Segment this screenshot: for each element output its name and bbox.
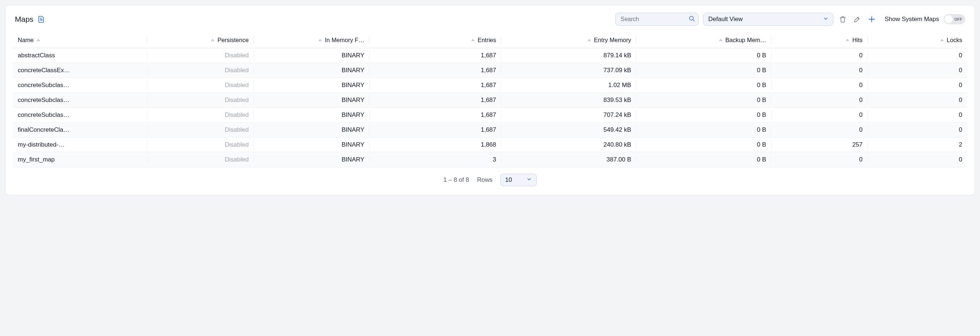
document-icon[interactable] [38,16,45,23]
table-row[interactable]: finalConcreteCla…DisabledBINARY1,687549.… [13,123,967,138]
cell-locks: 0 [868,152,967,167]
toolbar: Maps Default View [13,13,967,26]
cell-format: BINARY [254,93,370,108]
col-header-format[interactable]: In Memory F… [254,32,370,48]
cell-persistence: Disabled [148,138,254,152]
cell-entry-memory: 879.14 kB [501,48,636,63]
cell-hits: 0 [772,78,868,93]
cell-backup-memory: 0 B [636,138,772,152]
col-header-persistence[interactable]: Persistence [148,32,254,48]
chevron-down-icon [823,16,829,23]
cell-backup-memory: 0 B [636,78,772,93]
cell-locks: 0 [868,123,967,138]
cell-hits: 0 [772,93,868,108]
table-row[interactable]: concreteSubclas…DisabledBINARY1,687707.2… [13,108,967,123]
cell-entries: 1,687 [369,78,501,93]
maps-table: Name Persistence [13,32,967,167]
cell-entry-memory: 1.02 MB [501,78,636,93]
trash-icon [839,15,847,23]
cell-entry-memory: 839.53 kB [501,93,636,108]
cell-name: my_first_map [13,152,148,167]
cell-backup-memory: 0 B [636,93,772,108]
show-system-maps-toggle[interactable]: OFF [943,14,965,24]
cell-entry-memory: 240.80 kB [501,138,636,152]
cell-hits: 0 [772,123,868,138]
col-header-backup-memory[interactable]: Backup Mem… [636,32,772,48]
cell-name: concreteSubclas… [13,78,148,93]
pagination-range: 1 – 8 of 8 [443,176,469,184]
cell-format: BINARY [254,48,370,63]
cell-entries: 1,687 [369,123,501,138]
col-label: Persistence [217,37,248,43]
cell-backup-memory: 0 B [636,63,772,78]
cell-locks: 0 [868,63,967,78]
cell-backup-memory: 0 B [636,123,772,138]
cell-persistence: Disabled [148,63,254,78]
cell-name: concreteClassEx… [13,63,148,78]
view-select[interactable]: Default View [703,13,833,26]
cell-hits: 0 [772,108,868,123]
col-header-entry-memory[interactable]: Entry Memory [501,32,636,48]
cell-name: concreteSubclas… [13,93,148,108]
rows-per-page-value: 10 [505,176,512,184]
cell-hits: 257 [772,138,868,152]
cell-name: abstractClass [13,48,148,63]
plus-icon [868,15,876,23]
cell-persistence: Disabled [148,48,254,63]
cell-entries: 1,687 [369,108,501,123]
cell-format: BINARY [254,78,370,93]
sort-asc-icon [318,38,322,42]
pagination-rows-label: Rows [477,176,493,184]
sort-asc-icon [846,38,849,42]
cell-locks: 0 [868,108,967,123]
table-row[interactable]: concreteClassEx…DisabledBINARY1,687737.0… [13,63,967,78]
col-label: Locks [947,37,962,43]
cell-entry-memory: 737.09 kB [501,63,636,78]
col-header-hits[interactable]: Hits [772,32,868,48]
rows-per-page-select[interactable]: 10 [501,174,537,186]
sort-asc-icon [211,38,215,42]
col-header-locks[interactable]: Locks [868,32,967,48]
show-system-maps-label: Show System Maps [885,16,939,23]
search-input[interactable] [615,13,698,26]
table-row[interactable]: my-distributed-…DisabledBINARY1,868240.8… [13,138,967,152]
cell-entries: 1,687 [369,63,501,78]
cell-persistence: Disabled [148,108,254,123]
cell-backup-memory: 0 B [636,108,772,123]
cell-hits: 0 [772,63,868,78]
col-label: Hits [852,37,862,43]
toggle-state: OFF [954,17,962,21]
cell-backup-memory: 0 B [636,48,772,63]
cell-entries: 1,868 [369,138,501,152]
cell-persistence: Disabled [148,152,254,167]
table-row[interactable]: my_first_mapDisabledBINARY3387.00 B0 B00 [13,152,967,167]
cell-entries: 1,687 [369,48,501,63]
table-row[interactable]: abstractClassDisabledBINARY1,687879.14 k… [13,48,967,63]
add-button[interactable] [867,14,877,24]
col-label: Entries [478,37,496,43]
cell-locks: 0 [868,48,967,63]
table-row[interactable]: concreteSubclas…DisabledBINARY1,687839.5… [13,93,967,108]
edit-button[interactable] [852,14,862,24]
cell-name: my-distributed-… [13,138,148,152]
col-header-name[interactable]: Name [13,32,148,48]
cell-persistence: Disabled [148,78,254,93]
maps-panel: Maps Default View [5,5,975,195]
cell-persistence: Disabled [148,123,254,138]
page-title: Maps [15,15,33,24]
cell-backup-memory: 0 B [636,152,772,167]
cell-entries: 3 [369,152,501,167]
col-label: Entry Memory [594,37,631,43]
delete-button[interactable] [838,14,848,24]
cell-persistence: Disabled [148,93,254,108]
sort-asc-icon [37,38,40,42]
view-select-label: Default View [708,16,743,23]
cell-format: BINARY [254,152,370,167]
cell-locks: 0 [868,93,967,108]
col-header-entries[interactable]: Entries [369,32,501,48]
cell-hits: 0 [772,152,868,167]
table-row[interactable]: concreteSubclas…DisabledBINARY1,6871.02 … [13,78,967,93]
cell-format: BINARY [254,123,370,138]
col-label: Backup Mem… [725,37,766,43]
cell-entry-memory: 549.42 kB [501,123,636,138]
